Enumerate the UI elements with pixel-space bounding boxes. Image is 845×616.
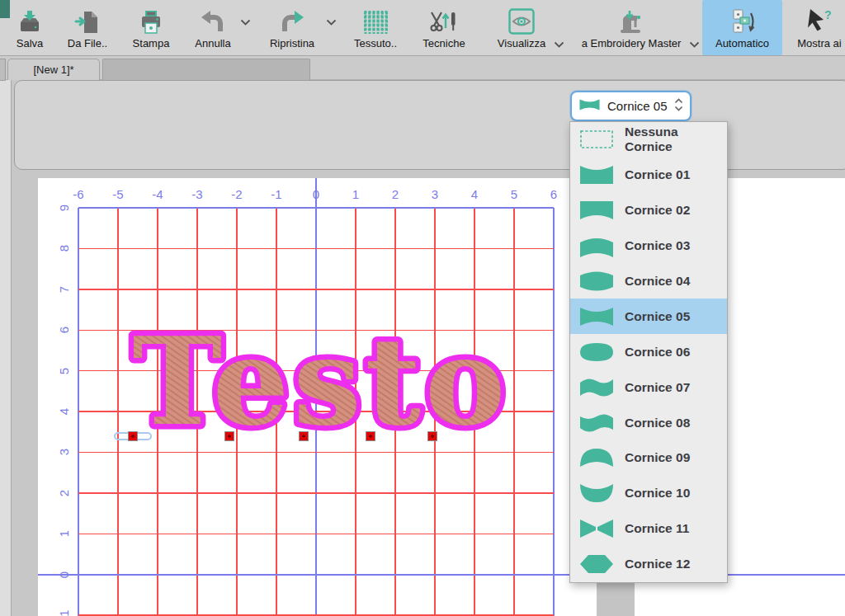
dropdown-item-label: Cornice 12 <box>625 557 690 571</box>
chevron-down-icon[interactable] <box>689 38 700 50</box>
dropdown-item-label: Cornice 04 <box>625 274 690 289</box>
toolbar-item-annulla[interactable]: Annulla <box>188 2 238 54</box>
toolbar-item-da-file[interactable]: Da File.. <box>59 2 116 54</box>
stitch-marker[interactable] <box>224 431 234 441</box>
dropdown-item-label: Cornice 11 <box>625 521 689 536</box>
c04-frame-icon <box>578 269 616 294</box>
dropdown-item-label: Nessuna Cornice <box>625 125 727 154</box>
axis-label-x: 5 <box>500 187 528 201</box>
dropdown-item-cornice-07[interactable]: Cornice 07 <box>570 369 727 405</box>
toolbar-item-label: Annulla <box>188 37 238 49</box>
techniques-icon <box>418 2 470 35</box>
axis-label-y: 5 <box>57 357 71 385</box>
toolbar-item-ripristina[interactable]: Ripristina <box>259 2 325 54</box>
redo-icon <box>259 2 325 35</box>
toolbar-item-label: Salva <box>8 37 51 49</box>
bowtie-frame-icon <box>578 97 601 115</box>
c07-frame-icon <box>578 375 616 400</box>
sewing-machine-icon <box>566 2 696 35</box>
toolbar-item-automatico[interactable]: Automatico <box>702 0 782 55</box>
axis-label-x: 4 <box>460 187 489 201</box>
axis-label-x: 3 <box>421 187 449 201</box>
toolbar-item-a-embroidery-master[interactable]: a Embroidery Master <box>566 2 696 54</box>
c06-frame-icon <box>578 340 616 364</box>
cornice-select[interactable]: Cornice 05 <box>570 91 692 121</box>
embroidery-text-object[interactable]: Testo <box>83 308 562 453</box>
axis-label-y: 8 <box>57 234 71 262</box>
dropdown-item-label: Cornice 07 <box>625 380 690 395</box>
tab-stub[interactable] <box>0 59 6 81</box>
chevron-down-icon[interactable] <box>240 16 251 28</box>
axis-label-y: 7 <box>57 275 71 303</box>
dropdown-item-nessuna-cornice[interactable]: Nessuna Cornice <box>570 122 727 158</box>
axis-label-y: 0 <box>57 561 71 589</box>
chevron-down-icon[interactable] <box>326 16 337 28</box>
stitch-marker[interactable] <box>427 431 437 441</box>
axis-label-y: 4 <box>57 397 71 426</box>
dropdown-item-cornice-03[interactable]: Cornice 03 <box>570 228 727 264</box>
dropdown-item-cornice-12[interactable]: Cornice 12 <box>570 547 727 582</box>
dropdown-scroll-notch[interactable] <box>597 581 635 616</box>
dropdown-item-cornice-08[interactable]: Cornice 08 <box>570 405 727 440</box>
c11-frame-icon <box>578 516 616 541</box>
axis-label-x: -2 <box>223 187 251 201</box>
svg-text:?: ? <box>824 8 832 21</box>
fabric-icon <box>348 2 403 35</box>
grid-line-horizontal <box>78 534 554 535</box>
toolbar-item-tessuto[interactable]: Tessuto.. <box>348 2 403 54</box>
dropdown-item-cornice-05[interactable]: Cornice 05 <box>570 299 727 334</box>
stitch-marker[interactable] <box>299 431 309 441</box>
axis-label-y: -1 <box>57 601 71 616</box>
embroidery-app-window: { "toolbar": { "items": [ {"label": "Sal… <box>0 0 845 616</box>
save-icon <box>8 2 51 35</box>
dropdown-item-cornice-11[interactable]: Cornice 11 <box>570 511 727 547</box>
c10-frame-icon <box>578 481 616 505</box>
toolbar-item-stampa[interactable]: Stampa <box>127 2 175 54</box>
axis-label-x: -4 <box>144 187 172 201</box>
chevron-down-icon[interactable] <box>554 38 564 50</box>
stitch-marker[interactable] <box>366 431 375 441</box>
toolbar-item-tecniche[interactable]: Tecniche <box>418 2 470 54</box>
c01-frame-icon <box>578 162 616 187</box>
toolbar-item-mostra-ai[interactable]: ?Mostra ai <box>787 2 845 54</box>
dropdown-item-cornice-01[interactable]: Cornice 01 <box>570 158 727 193</box>
toolbar-item-label: Ripristina <box>259 37 325 49</box>
none-frame-icon <box>578 127 616 152</box>
dropdown-item-label: Cornice 05 <box>625 309 690 324</box>
axis-label-y: 9 <box>57 194 71 222</box>
c09-frame-icon <box>578 445 616 470</box>
dropdown-item-cornice-02[interactable]: Cornice 02 <box>570 193 727 228</box>
c08-frame-icon <box>578 411 616 435</box>
cornice-select-value: Cornice 05 <box>607 99 674 113</box>
axis-label-x: 6 <box>540 187 568 201</box>
axis-label-x: 2 <box>381 187 409 201</box>
left-edge-panel <box>0 79 12 616</box>
toolbar-item-label: Tessuto.. <box>348 37 403 49</box>
toolbar-item-label: Da File.. <box>59 37 116 49</box>
dropdown-item-label: Cornice 01 <box>625 167 690 182</box>
dropdown-item-cornice-10[interactable]: Cornice 10 <box>570 476 727 511</box>
document-tabbar: [New 1]* <box>0 56 845 80</box>
grid-line-horizontal <box>78 289 554 290</box>
dropdown-item-label: Cornice 03 <box>625 238 690 253</box>
toolbar-item-label: Tecniche <box>418 37 470 49</box>
tab-new1[interactable]: [New 1]* <box>7 59 100 80</box>
dropdown-item-cornice-04[interactable]: Cornice 04 <box>570 264 727 299</box>
toolbar-item-salva[interactable]: Salva <box>8 2 51 54</box>
updown-chevron-icon <box>674 98 683 114</box>
help-cursor-icon: ? <box>787 2 845 35</box>
dropdown-item-cornice-09[interactable]: Cornice 09 <box>570 440 727 476</box>
view-icon <box>489 2 555 35</box>
toolbar-item-visualizza[interactable]: Visualizza <box>489 2 555 54</box>
dropdown-item-cornice-06[interactable]: Cornice 06 <box>570 334 727 369</box>
dropdown-item-label: Cornice 08 <box>625 416 690 430</box>
stitch-marker[interactable] <box>128 431 138 441</box>
file-import-icon <box>59 2 116 35</box>
auto-layout-icon <box>702 2 782 35</box>
main-toolbar: SalvaDa File..StampaAnnullaRipristinaTes… <box>0 0 845 56</box>
toolbar-item-label: a Embroidery Master <box>566 37 696 49</box>
dropdown-item-label: Cornice 06 <box>625 345 690 360</box>
tab-blank[interactable] <box>102 59 310 80</box>
axis-label-y: 6 <box>57 316 71 344</box>
dropdown-item-label: Cornice 09 <box>625 450 690 465</box>
